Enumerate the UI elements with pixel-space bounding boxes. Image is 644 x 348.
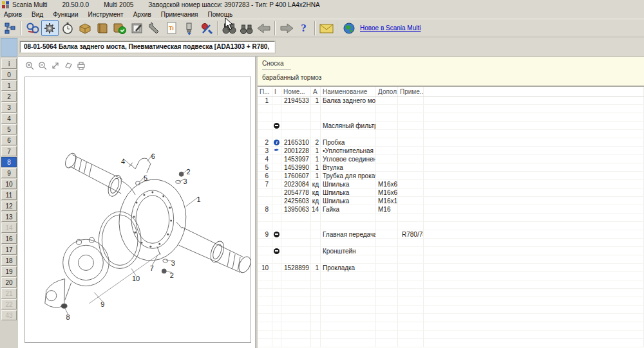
forward-arrow-icon[interactable] [278,20,295,36]
table-row[interactable]: 3✒20012281•Уплотнительная шайба [258,147,644,155]
binoculars-select-icon[interactable] [238,20,255,36]
table-empty-row [258,105,644,113]
package-icon[interactable] [76,20,93,36]
table-row[interactable]: 414539971Угловое соединение [258,155,644,163]
menu-item-5[interactable]: Архив [133,11,151,18]
group-nav-20[interactable]: 20 [1,277,17,288]
group-nav-8[interactable]: 8 [1,157,17,167]
column-header[interactable]: Допол... [376,87,398,96]
callout-1: 1 [196,196,200,203]
callout-7: 7 [150,264,154,272]
zoom-in-icon[interactable] [24,60,34,70]
tools-icon[interactable] [198,20,215,36]
column-header[interactable]: Номе... [281,87,311,96]
toolbar-separator [337,21,338,35]
group-nav-i[interactable]: i [1,59,17,69]
group-nav-17[interactable]: 17 [1,244,17,255]
table-row[interactable]: 2425603кдШпилькаM16x100 [258,197,644,205]
chassis-info: Заводской номер шасси: 3907283 - Тип: P … [148,1,319,8]
column-header[interactable]: Наименование [321,87,376,96]
toolbar-separator [21,21,22,35]
table-empty-row [258,272,644,280]
table-row[interactable]: Масляный фильтр [258,122,644,130]
table-row[interactable]: 8139506314ГайкаM16 [258,205,644,214]
group-nav-10[interactable]: 10 [1,179,17,189]
group-nav-1[interactable]: 1 [1,80,17,91]
help-icon[interactable]: ? [295,20,312,36]
book-icon[interactable] [93,20,111,36]
table-row[interactable]: 617606071Трубка для прокачки [258,172,644,180]
parts-wheels-icon[interactable] [24,20,41,36]
menu-item-1[interactable]: Архив [4,11,22,18]
menu-item-2[interactable]: Вид [32,11,43,18]
group-nav-13[interactable]: 13 [1,212,17,222]
mail-icon[interactable] [317,20,335,36]
table-empty-row [258,280,644,289]
column-header[interactable]: Приме... [398,87,424,96]
column-header[interactable] [424,87,644,96]
toolbar: Ti ? Новое в Scania Multi [0,19,644,37]
group-nav-0[interactable]: 0 [1,69,17,80]
callout-5: 5 [144,174,147,182]
group-nav-5[interactable]: 5 [1,124,17,134]
whats-new-link[interactable]: Новое в Scania Multi [360,24,421,32]
table-row[interactable]: Кронштейн [258,247,644,255]
column-header[interactable]: I [272,87,281,96]
table-empty-row [258,314,644,322]
table-empty-row [258,222,644,230]
menu-item-3[interactable]: Функции [53,11,78,18]
column-header[interactable]: A [311,87,321,96]
group-nav-16[interactable]: 16 [1,234,17,244]
toolbar-separator [217,21,218,35]
stopwatch-icon[interactable] [59,20,76,36]
menu-item-4[interactable]: Инструмент [88,11,124,18]
group-nav-18[interactable]: 18 [1,255,17,266]
group-nav-3[interactable]: 3 [1,102,17,113]
group-nav-12[interactable]: 12 [1,201,17,211]
footnote-tab[interactable]: Сноска [262,60,291,69]
table-row[interactable]: 2054778кдШпилькаM16x65 [258,188,644,197]
group-nav-19[interactable]: 19 [1,266,17,277]
menu-item-7[interactable]: Помощь [207,11,232,18]
group-nav-9[interactable]: 9 [1,168,17,178]
zoom-out-icon[interactable] [37,60,47,70]
book-check-icon[interactable] [111,20,128,36]
table-row[interactable]: 1015288991Прокладка [258,264,644,272]
table-row[interactable]: 9Главная передачаR780/782 [258,230,644,239]
gear-axle-icon[interactable] [41,20,59,36]
group-nav-6[interactable]: 6 [1,135,17,145]
wrench-icon[interactable] [146,20,163,36]
globe-icon[interactable] [340,20,357,36]
group-nav-14[interactable]: 14 [1,223,17,233]
column-header[interactable]: П... [258,87,272,96]
group-nav-strip: i012345678910111213141617181920212243 [0,37,18,348]
group-nav-7[interactable]: 7 [1,146,17,156]
menu-item-6[interactable]: Примечания [161,11,198,18]
group-nav-43[interactable]: 43 [1,310,17,320]
table-empty-row [258,214,644,222]
svg-text:Ti: Ti [169,25,174,32]
notes-edit-icon[interactable] [128,20,146,36]
print-icon[interactable] [76,60,86,70]
dispenser-icon[interactable] [180,20,198,36]
fit-view-icon[interactable] [50,60,60,70]
group-nav-22[interactable]: 22 [1,299,17,309]
parts-table: 121945331Балка заднего мостаМасляный фил… [258,96,644,348]
callout-3: 3 [171,259,175,267]
table-row[interactable]: 72023084кдШпилькаM16x65 [258,180,644,188]
group-nav-11[interactable]: 11 [1,190,17,200]
catalog-tree-icon[interactable] [1,20,19,36]
group-nav-4[interactable]: 4 [1,113,17,124]
callout-4: 4 [121,158,125,165]
illustration-panel: 4623513271098 [18,57,255,348]
table-empty-row [258,239,644,247]
table-row[interactable]: 514539901Втулка [258,163,644,172]
table-row[interactable]: 121945331Балка заднего моста [258,96,644,105]
back-arrow-icon[interactable] [255,20,272,36]
ti-document-icon[interactable]: Ti [163,20,180,36]
group-nav-21[interactable]: 21 [1,288,17,298]
group-nav-2[interactable]: 2 [1,91,17,102]
pan-select-icon[interactable] [63,60,73,70]
table-row[interactable]: 2i21653102Пробка [258,138,644,147]
parts-panel: Сноска барабанный тормоз П...IНоме...AНа… [258,57,644,348]
